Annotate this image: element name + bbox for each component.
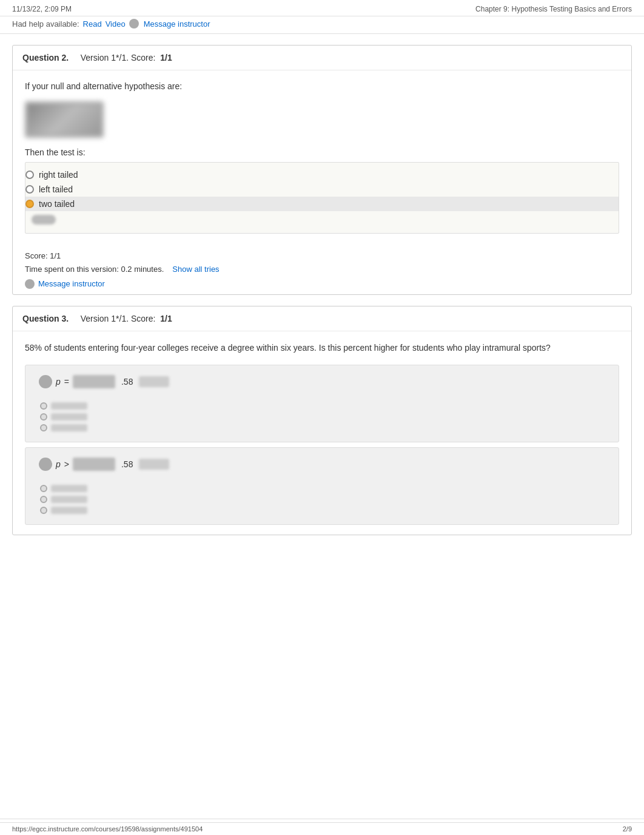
h0-val: .58 <box>121 377 133 387</box>
h0-sub-radio-2 <box>40 413 47 421</box>
ha-math-row: p > .58 <box>34 454 610 475</box>
ha-sub-label-1 <box>51 485 87 492</box>
url-bar: https://egcc.instructure.com/courses/195… <box>0 822 644 835</box>
option-left-tailed-label: left tailed <box>39 184 73 194</box>
option-two-tailed-label: two tailed <box>39 199 75 209</box>
h0-sub-label-2 <box>51 413 87 421</box>
question-3-text: 58% of students entering four-year colle… <box>25 341 619 354</box>
ha-sub-2 <box>40 494 610 505</box>
h0-row-container: p = .58 <box>25 365 619 442</box>
h0-sub-label-1 <box>51 402 87 410</box>
ha-sub-1 <box>40 483 610 494</box>
h0-var: p <box>56 377 61 387</box>
question-3-score-bold: 1/1 <box>160 314 172 323</box>
hypothesis-image <box>25 101 104 138</box>
datetime: 11/13/22, 2:09 PM <box>12 5 72 13</box>
option-two-tailed[interactable]: two tailed <box>25 197 619 211</box>
message-icon-1 <box>129 19 139 29</box>
ha-var: p <box>56 459 61 469</box>
question-3-block: Question 3. Version 1*/1. Score: 1/1 58%… <box>12 306 632 535</box>
h0-blur-box <box>73 375 115 388</box>
question-2-header: Question 2. Version 1*/1. Score: 1/1 <box>13 46 631 70</box>
help-text: Had help available: <box>12 19 79 29</box>
radio-right-tailed[interactable] <box>25 171 34 179</box>
q2-message-row: Message instructor <box>25 277 619 291</box>
question-2-body: If your null and alternative hypothesis … <box>13 70 631 243</box>
question-3-version: Version 1*/1. Score: <box>81 314 156 323</box>
ha-sub-radio-1 <box>40 485 47 492</box>
h0-op: = <box>64 377 69 387</box>
h0-sub-1 <box>40 401 610 411</box>
ha-sub-label-2 <box>51 496 87 503</box>
question-3-header: Question 3. Version 1*/1. Score: 1/1 <box>13 306 631 331</box>
url-text: https://egcc.instructure.com/courses/195… <box>12 825 203 833</box>
answer-section-q2: right tailed left tailed two tailed <box>25 162 619 234</box>
ha-extra-blur <box>139 459 169 470</box>
h0-sub-radio-3 <box>40 424 47 431</box>
ha-sub-radio-3 <box>40 507 47 514</box>
q2-time-text: Time spent on this version: 0.2 minutes. <box>25 263 164 276</box>
question-2-text: If your null and alternative hypothesis … <box>25 80 619 93</box>
question-2-score-bold: 1/1 <box>160 53 172 63</box>
question-2-version: Version 1*/1. Score: <box>81 53 156 63</box>
h0-sub-2 <box>40 411 610 422</box>
h0-circle <box>39 375 52 388</box>
question-2-block: Question 2. Version 1*/1. Score: 1/1 If … <box>12 45 632 295</box>
h0-sub-label-3 <box>51 424 87 431</box>
help-row: Had help available: Read Video Message i… <box>0 16 644 34</box>
top-bar: 11/13/22, 2:09 PM Chapter 9: Hypothesis … <box>0 0 644 16</box>
ha-blur-box <box>73 458 115 471</box>
blurred-answer-pill <box>32 215 56 225</box>
question-2-label: Question 2. <box>22 53 69 63</box>
ha-row-container: p > .58 <box>25 447 619 525</box>
q2-score-text: Score: 1/1 <box>25 249 619 263</box>
then-text: Then the test is: <box>25 147 619 157</box>
question-2-score-area: Score: 1/1 Time spent on this version: 0… <box>13 243 631 294</box>
option-right-tailed[interactable]: right tailed <box>25 167 619 182</box>
radio-two-tailed[interactable] <box>25 200 34 208</box>
ha-sub-radio-2 <box>40 496 47 503</box>
video-link[interactable]: Video <box>106 19 126 29</box>
message-instructor-link-1[interactable]: Message instructor <box>144 19 210 29</box>
ha-sub-radios <box>34 481 610 518</box>
ha-circle <box>39 458 52 471</box>
question-3-label: Question 3. <box>22 314 69 323</box>
ha-sub-label-3 <box>51 507 87 514</box>
radio-left-tailed[interactable] <box>25 185 34 194</box>
page-indicator: 2/9 <box>623 825 632 833</box>
message-instructor-link-q2[interactable]: Message instructor <box>38 277 105 291</box>
option-left-tailed[interactable]: left tailed <box>25 182 619 197</box>
option-right-tailed-label: right tailed <box>39 170 78 180</box>
hypothesis-image-inner <box>28 104 101 135</box>
blurred-answer-pill-row <box>25 211 619 228</box>
ha-sub-3 <box>40 505 610 516</box>
question-3-body: 58% of students entering four-year colle… <box>13 331 631 534</box>
show-all-tries-link[interactable]: Show all tries <box>172 263 219 276</box>
chapter-title: Chapter 9: Hypothesis Testing Basics and… <box>475 5 632 13</box>
read-link[interactable]: Read <box>83 19 102 29</box>
message-icon-q2 <box>25 279 35 289</box>
h0-sub-3 <box>40 422 610 433</box>
ha-op: > <box>64 459 69 469</box>
h0-math-row: p = .58 <box>34 371 610 392</box>
h0-sub-radio-1 <box>40 402 47 410</box>
h0-sub-radios <box>34 398 610 436</box>
h0-extra-blur <box>139 376 169 387</box>
ha-val: .58 <box>121 459 133 469</box>
q2-footer-row: Time spent on this version: 0.2 minutes.… <box>25 263 619 276</box>
